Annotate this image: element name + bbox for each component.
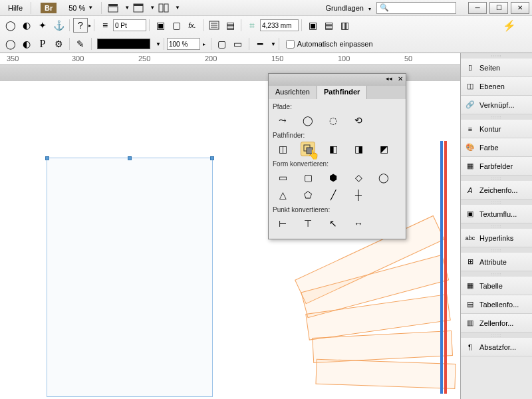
- help-tool-icon[interactable]: ?: [73, 18, 88, 33]
- screen-mode-icon[interactable]: [131, 1, 146, 15]
- tool-icon[interactable]: ✦: [35, 18, 50, 33]
- panel-tabellenformat[interactable]: ▤Tabellenfo...: [461, 295, 532, 314]
- panel-farbe[interactable]: 🎨Farbe: [461, 138, 532, 157]
- panel-seiten[interactable]: ▯Seiten: [461, 59, 532, 77]
- resize-handle[interactable]: [45, 156, 49, 160]
- triangle-shape-icon[interactable]: △: [275, 188, 290, 202]
- panel-zeichenformat[interactable]: AZeichenfo...: [461, 181, 532, 200]
- arrange-icon[interactable]: [156, 1, 171, 15]
- chevron-down-icon[interactable]: ▼: [150, 5, 155, 11]
- container-icon[interactable]: ▣: [153, 18, 168, 33]
- fit-icon[interactable]: ▣: [305, 18, 320, 33]
- resize-handle[interactable]: [128, 156, 132, 160]
- autofit-checkbox[interactable]: Automatisch einpassen: [286, 40, 373, 49]
- panel-absatzformat[interactable]: ¶Absatzfor...: [461, 338, 532, 356]
- crop-icon[interactable]: ⌗: [245, 18, 259, 33]
- fx-text[interactable]: fx.: [185, 18, 200, 33]
- panel-grip[interactable]: [461, 332, 532, 338]
- minimize-button[interactable]: ─: [468, 2, 487, 14]
- panel-farbfelder[interactable]: ▦Farbfelder: [461, 157, 532, 176]
- chevron-down-icon[interactable]: ▼: [124, 5, 130, 11]
- close-button[interactable]: ✕: [511, 2, 529, 14]
- chevron-down-icon[interactable]: ▼: [271, 41, 276, 47]
- tool-icon[interactable]: ◯: [3, 18, 18, 33]
- panel-grip[interactable]: [461, 271, 532, 277]
- eyedropper-icon[interactable]: ✎: [73, 37, 88, 51]
- object-icon[interactable]: ▭: [231, 37, 245, 51]
- line-shape-icon[interactable]: ╱: [326, 188, 340, 202]
- tab-ausrichten[interactable]: Ausrichten: [269, 86, 317, 99]
- reverse-path-icon[interactable]: ⟲: [351, 113, 366, 128]
- paragraph-icon[interactable]: [207, 18, 221, 33]
- fit-icon[interactable]: ▤: [321, 18, 336, 33]
- panel-zellenformat[interactable]: ▥Zellenfor...: [461, 314, 532, 332]
- tool-icon[interactable]: ◐: [19, 18, 34, 33]
- intersect-pathfinder-icon[interactable]: ◧: [326, 142, 340, 156]
- chevron-down-icon[interactable]: ▼: [156, 41, 161, 47]
- panel-grip[interactable]: [461, 176, 532, 181]
- open-path-icon[interactable]: ◯: [301, 113, 315, 128]
- tool-icon[interactable]: ⚙: [51, 37, 66, 51]
- minus-back-pathfinder-icon[interactable]: ◩: [376, 142, 391, 156]
- close-icon[interactable]: ✕: [398, 75, 403, 82]
- bridge-badge[interactable]: Br: [41, 3, 57, 13]
- selected-frame[interactable]: [47, 158, 213, 397]
- fill-color-swatch[interactable]: [97, 39, 150, 49]
- rounded-rect-icon[interactable]: ▢: [301, 170, 315, 185]
- line-icon[interactable]: ━: [253, 37, 267, 51]
- tool-icon[interactable]: ⚓: [51, 18, 66, 33]
- frame-icon[interactable]: ▢: [169, 18, 184, 33]
- panel-textumfluss[interactable]: ▣Textumflu...: [461, 205, 532, 223]
- smooth-point-icon[interactable]: ↖: [326, 216, 340, 231]
- polygon-shape-icon[interactable]: ⬠: [301, 188, 315, 202]
- panel-grip[interactable]: [461, 200, 532, 205]
- add-pathfinder-icon[interactable]: ◫: [275, 142, 290, 156]
- orthogonal-line-icon[interactable]: ┼: [351, 188, 366, 202]
- panel-grip[interactable]: [461, 223, 532, 229]
- panel-attribute[interactable]: ⊞Attribute: [461, 253, 532, 271]
- join-path-icon[interactable]: ⤳: [275, 113, 290, 128]
- chevron-right-icon[interactable]: ▸: [88, 23, 91, 29]
- plain-point-icon[interactable]: ⊢: [275, 216, 290, 231]
- measure-input[interactable]: [260, 19, 299, 31]
- inverse-rounded-icon[interactable]: ◇: [351, 170, 366, 185]
- panel-ebenen[interactable]: ◫Ebenen: [461, 77, 532, 96]
- rect-shape-icon[interactable]: ▭: [275, 170, 290, 185]
- fit-icon[interactable]: ▥: [337, 18, 352, 33]
- ellipse-shape-icon[interactable]: ◯: [376, 170, 391, 185]
- collapse-icon[interactable]: ◂◂: [386, 75, 392, 82]
- panel-kontur[interactable]: ≡Kontur: [461, 120, 532, 138]
- corner-point-icon[interactable]: ⊤: [301, 216, 315, 231]
- tool-icon[interactable]: ◐: [19, 37, 34, 51]
- maximize-button[interactable]: ☐: [489, 2, 508, 14]
- subtract-pathfinder-icon[interactable]: 👆: [301, 142, 315, 156]
- object-icon[interactable]: ▢: [215, 37, 229, 51]
- panel-tabelle[interactable]: ▦Tabelle: [461, 277, 532, 295]
- chevron-right-icon[interactable]: ▸: [203, 41, 205, 47]
- opacity-input[interactable]: [167, 38, 200, 50]
- view-mode-icon[interactable]: [106, 1, 120, 15]
- panel-grip[interactable]: [461, 53, 532, 59]
- zoom-dropdown[interactable]: 50 % ▼: [68, 4, 93, 12]
- panel-grip[interactable]: [461, 247, 532, 253]
- type-tool-icon[interactable]: P: [35, 37, 50, 51]
- close-path-icon[interactable]: ◌: [326, 113, 340, 128]
- exclude-pathfinder-icon[interactable]: ◨: [351, 142, 366, 156]
- chevron-down-icon[interactable]: ▼: [175, 5, 180, 11]
- shape-wedge[interactable]: [315, 359, 456, 389]
- tab-pathfinder[interactable]: Pathfinder: [317, 86, 367, 99]
- help-menu[interactable]: Hilfe: [3, 4, 28, 12]
- panel-grip[interactable]: [461, 114, 532, 120]
- panel-verknuepfungen[interactable]: 🔗Verknüpf...: [461, 96, 532, 114]
- tool-icon[interactable]: ◯: [3, 37, 18, 51]
- resize-handle[interactable]: [210, 156, 214, 160]
- lightning-icon[interactable]: ⚡: [503, 19, 516, 32]
- beveled-rect-icon[interactable]: ⬢: [326, 170, 340, 185]
- symmetrical-point-icon[interactable]: ↔: [351, 216, 366, 231]
- panel-hyperlinks[interactable]: abcHyperlinks: [461, 229, 532, 247]
- panel-header[interactable]: ◂◂ ✕: [269, 74, 406, 86]
- search-input[interactable]: 🔍: [376, 2, 456, 14]
- text-frame-icon[interactable]: ▤: [223, 18, 237, 33]
- workspace-dropdown[interactable]: Grundlagen ▾: [325, 4, 371, 12]
- stroke-weight-input[interactable]: [113, 19, 146, 31]
